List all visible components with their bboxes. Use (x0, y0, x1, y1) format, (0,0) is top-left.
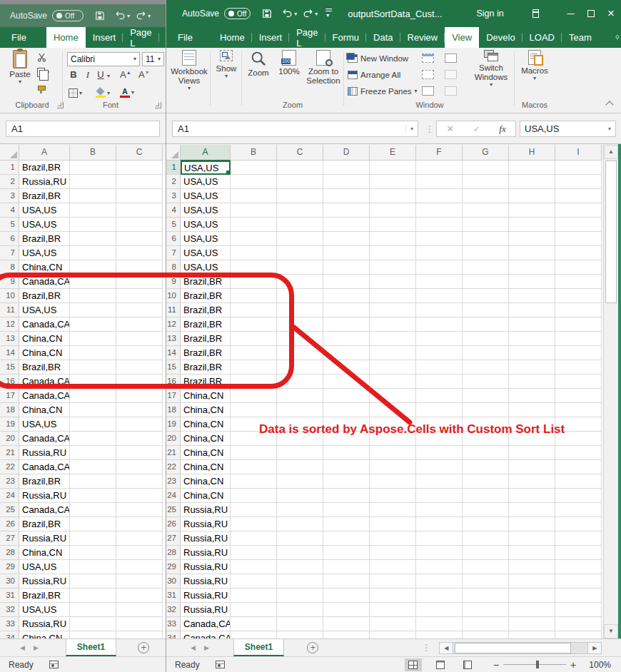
cell-A15[interactable]: Brazil,BR (19, 360, 70, 375)
ribbon-tab-load[interactable]: LOAD (522, 27, 562, 48)
row-header-22[interactable]: 22 (166, 460, 181, 474)
cell-A26[interactable]: Brazil,BR (19, 517, 70, 531)
scroll-down-icon[interactable]: ▼ (604, 624, 618, 638)
cell-D18[interactable] (323, 403, 370, 417)
cell-G6[interactable] (463, 232, 509, 246)
cell-A6[interactable]: Brazil,BR (19, 232, 70, 246)
cell-A27[interactable]: Russia,RU (19, 531, 70, 546)
cell-D1[interactable] (323, 161, 370, 175)
add-sheet-button[interactable]: + (138, 642, 149, 653)
cell-C25[interactable] (277, 503, 323, 517)
column-header-f[interactable]: F (416, 145, 463, 161)
name-box-dropdown-icon[interactable]: ▾ (405, 126, 413, 132)
row-header-1[interactable]: 1 (166, 161, 181, 175)
row-header-32[interactable]: 32 (166, 603, 181, 617)
cell-E17[interactable] (370, 389, 416, 403)
font-color-dropdown-icon[interactable]: ▾ (131, 90, 134, 96)
cell-B25[interactable] (70, 503, 116, 517)
row-header-28[interactable]: 28 (166, 546, 181, 560)
cell-A34[interactable]: Canada,CA (181, 631, 231, 638)
cell-A4[interactable]: USA,US (19, 203, 70, 218)
cell-I3[interactable] (555, 189, 602, 203)
cell-F26[interactable] (416, 517, 463, 531)
cell-B18[interactable] (231, 403, 277, 417)
cell-G34[interactable] (463, 631, 509, 638)
cell-E2[interactable] (370, 175, 416, 189)
arrange-all-button[interactable]: Arrange All (348, 68, 400, 81)
cell-H24[interactable] (509, 489, 555, 503)
cell-C34[interactable] (116, 631, 163, 638)
row-header-17[interactable]: 17 (0, 389, 19, 403)
cell-I8[interactable] (555, 260, 602, 275)
cell-C34[interactable] (277, 631, 323, 638)
increase-font-button[interactable]: A▲ (120, 69, 131, 80)
freeze-panes-button[interactable]: Freeze Panes ▾ (348, 85, 418, 98)
cell-F10[interactable] (416, 289, 463, 303)
cell-G27[interactable] (463, 531, 509, 546)
cell-E29[interactable] (370, 560, 416, 574)
redo-dropdown-icon[interactable]: ▾ (148, 13, 151, 19)
cell-D17[interactable] (323, 389, 370, 403)
row-header-4[interactable]: 4 (0, 203, 19, 218)
synchronous-scrolling-button[interactable] (445, 70, 457, 79)
cell-C7[interactable] (116, 246, 163, 260)
cell-E32[interactable] (370, 603, 416, 617)
cell-B13[interactable] (231, 332, 277, 346)
cell-B24[interactable] (231, 489, 277, 503)
cell-B15[interactable] (231, 360, 277, 375)
cell-B8[interactable] (231, 260, 277, 275)
cell-D11[interactable] (323, 303, 370, 317)
cell-F5[interactable] (416, 218, 463, 232)
cell-C25[interactable] (116, 503, 163, 517)
cell-I33[interactable] (555, 617, 602, 631)
cell-B10[interactable] (70, 289, 116, 303)
ribbon-tab-page-l[interactable]: Page L (289, 27, 325, 48)
cell-H31[interactable] (509, 589, 555, 603)
font-color-button[interactable]: A ▾ (120, 88, 134, 98)
underline-dropdown-icon[interactable]: ▾ (107, 73, 110, 79)
cell-I13[interactable] (555, 332, 602, 346)
zoom-slider-thumb[interactable] (536, 661, 539, 668)
redo-icon[interactable] (303, 9, 313, 19)
cell-B5[interactable] (70, 218, 116, 232)
sheet-nav-next-icon[interactable]: ▶ (200, 644, 213, 651)
row-header-30[interactable]: 30 (0, 574, 19, 589)
ribbon-tab-view[interactable]: View (445, 27, 479, 48)
cell-I21[interactable] (555, 446, 602, 460)
cell-I2[interactable] (555, 175, 602, 189)
cell-E33[interactable] (370, 617, 416, 631)
cell-C16[interactable] (116, 375, 163, 389)
cell-B17[interactable] (231, 389, 277, 403)
cell-D5[interactable] (323, 218, 370, 232)
row-header-5[interactable]: 5 (0, 218, 19, 232)
cell-D31[interactable] (323, 589, 370, 603)
cell-E24[interactable] (370, 489, 416, 503)
row-header-15[interactable]: 15 (166, 360, 181, 375)
cell-A22[interactable]: China,CN (181, 460, 231, 474)
cell-G8[interactable] (463, 260, 509, 275)
cell-A12[interactable]: Canada,CA (19, 317, 70, 332)
row-header-16[interactable]: 16 (166, 375, 181, 389)
cell-F34[interactable] (416, 631, 463, 638)
cell-B33[interactable] (231, 617, 277, 631)
cell-D6[interactable] (323, 232, 370, 246)
cell-D12[interactable] (323, 317, 370, 332)
row-header-22[interactable]: 22 (0, 460, 19, 474)
cell-E8[interactable] (370, 260, 416, 275)
cell-C15[interactable] (116, 360, 163, 375)
cell-C12[interactable] (277, 317, 323, 332)
row-header-34[interactable]: 34 (0, 631, 19, 638)
cell-B11[interactable] (231, 303, 277, 317)
cell-A24[interactable]: Russia,RU (19, 489, 70, 503)
cell-F18[interactable] (416, 403, 463, 417)
cell-D2[interactable] (323, 175, 370, 189)
cell-I22[interactable] (555, 460, 602, 474)
macro-record-icon[interactable] (216, 661, 225, 668)
row-header-33[interactable]: 33 (166, 617, 181, 631)
cell-I23[interactable] (555, 474, 602, 489)
cell-C11[interactable] (277, 303, 323, 317)
row-header-13[interactable]: 13 (0, 332, 19, 346)
cell-B16[interactable] (70, 375, 116, 389)
cell-B12[interactable] (231, 317, 277, 332)
cell-I17[interactable] (555, 389, 602, 403)
